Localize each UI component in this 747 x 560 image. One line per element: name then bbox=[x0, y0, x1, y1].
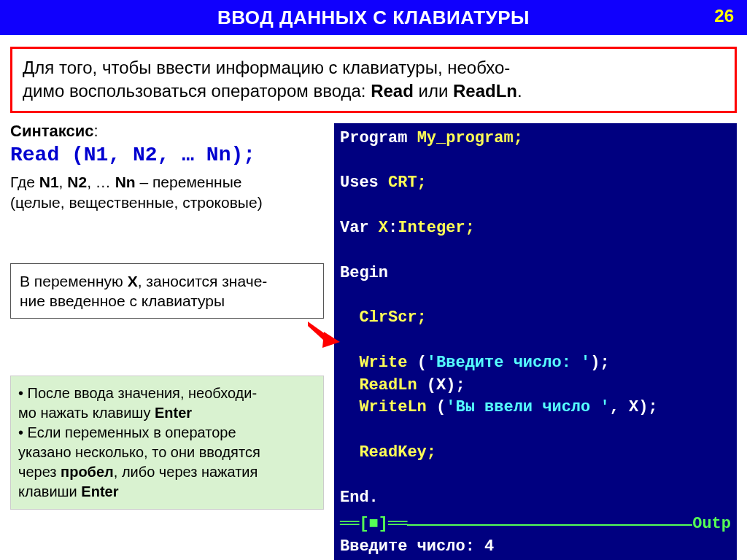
intro-kw-read: Read bbox=[371, 81, 414, 101]
code-editor: Program My_program; Uses CRT; Var X:Inte… bbox=[334, 123, 737, 560]
intro-or: или bbox=[414, 81, 453, 101]
hint2-line1: • Если переменных в операторе bbox=[18, 423, 316, 443]
variable-note-box: В переменную X, заносится значе- ние вве… bbox=[10, 263, 324, 319]
syntax-colon: : bbox=[93, 122, 98, 140]
syntax-desc: Где N1, N2, … Nn – переменные (целые, ве… bbox=[10, 172, 324, 212]
intro-line2a: димо воспользоваться оператором ввода: bbox=[23, 81, 371, 101]
hint2-line2: указано несколько, то они вводятся bbox=[18, 443, 316, 462]
left-column: Синтаксис: Read (N1, N2, … Nn); Где N1, … bbox=[10, 120, 324, 560]
code-line-7: ReadLn (X); bbox=[340, 375, 731, 397]
hint2-line4: клавиши Enter bbox=[18, 482, 316, 502]
hint2-line3: через пробел, либо через нажатия bbox=[18, 462, 316, 482]
code-line-8: WriteLn ('Вы ввели число ', X); bbox=[340, 397, 731, 419]
slide-header: ВВОД ДАННЫХ С КЛАВИАТУРЫ 26 bbox=[0, 0, 747, 35]
code-line-4: Begin bbox=[340, 262, 731, 285]
syntax-code: Read (N1, N2, … Nn); bbox=[10, 144, 255, 166]
separator-line-icon bbox=[407, 524, 692, 526]
code-line-6: Write ('Введите число: '); bbox=[340, 352, 731, 375]
arrow-icon bbox=[306, 319, 340, 348]
hint1-line1: • После ввода значения, необходи- bbox=[18, 384, 316, 403]
slide-number: 26 bbox=[714, 6, 734, 26]
code-line-5: ClrScr; bbox=[340, 307, 731, 330]
code-line-3: Var X:Integer; bbox=[340, 217, 731, 240]
intro-box: Для того, чтобы ввести информацию с клав… bbox=[10, 47, 737, 113]
syntax-block: Синтаксис: Read (N1, N2, … Nn); Где N1, … bbox=[10, 120, 324, 212]
intro-period: . bbox=[517, 81, 522, 101]
intro-kw-readln: ReadLn bbox=[453, 81, 517, 101]
main-columns: Синтаксис: Read (N1, N2, … Nn); Где N1, … bbox=[0, 120, 747, 560]
intro-line1: Для того, чтобы ввести информацию с клав… bbox=[23, 58, 510, 77]
code-line-2: Uses CRT; bbox=[340, 172, 731, 195]
output-line-1: Введите число: 4 bbox=[340, 536, 731, 559]
slide-title: ВВОД ДАННЫХ С КЛАВИАТУРЫ bbox=[217, 7, 530, 29]
code-line-10: End. bbox=[340, 487, 731, 510]
output-separator: ══[■]══ Outp bbox=[340, 513, 731, 536]
syntax-label: Синтаксис bbox=[10, 122, 93, 140]
right-column: Program My_program; Uses CRT; Var X:Inte… bbox=[334, 123, 737, 560]
hints-box: • После ввода значения, необходи- мо наж… bbox=[10, 376, 324, 510]
hint1-line2: мо нажать клавишу Enter bbox=[18, 403, 316, 423]
code-line-1: Program My_program; bbox=[340, 128, 731, 150]
code-line-9: ReadKey; bbox=[340, 442, 731, 464]
